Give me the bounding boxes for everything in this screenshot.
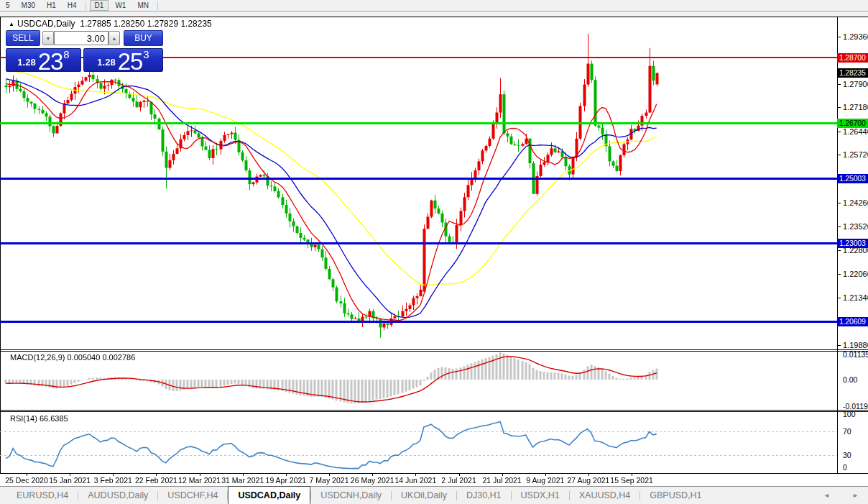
- price-badge-1.25003: 1.25003: [837, 174, 868, 183]
- chart-tab-usdx[interactable]: USDX,H1: [512, 487, 569, 504]
- chart-tab-bar: EURUSD,H4AUDUSD,DailyUSDCHF,H4USDCAD,Dai…: [0, 486, 868, 504]
- timeframe-button-mn[interactable]: MN: [132, 0, 154, 11]
- price-tick-label: 1.22060: [843, 270, 868, 278]
- price-tick-label: 1.27180: [843, 103, 868, 111]
- volume-input[interactable]: [54, 31, 108, 45]
- date-label: 7 May 2021: [310, 476, 349, 485]
- price-tick-label: 1.26440: [843, 127, 868, 136]
- rsi-axis-label: 30: [843, 451, 851, 459]
- timeframe-button-h1[interactable]: H1: [42, 0, 61, 11]
- macd-axis-label: 0.01135: [843, 350, 868, 359]
- price-tick-mark: [838, 274, 841, 275]
- rsi-label: RSI(14) 66.6385: [10, 414, 68, 423]
- date-label: 27 Aug 2021: [567, 476, 609, 485]
- chart-ohlc-values: 1.27885 1.28250 1.27829 1.28235: [80, 19, 212, 29]
- date-label: 31 Mar 2021: [221, 476, 264, 485]
- price-tick-mark: [838, 250, 841, 251]
- price-tick-label: 1.24260: [843, 198, 868, 207]
- date-label: 21 Jul 2021: [482, 476, 521, 485]
- rsi-axis-label: 0: [843, 463, 847, 472]
- price-badge-1.20609: 1.20609: [837, 317, 868, 326]
- date-label: 9 Aug 2021: [526, 476, 564, 485]
- chart-tab-audusd[interactable]: AUDUSD,Daily: [78, 487, 157, 504]
- date-label: 15 Sep 2021: [610, 476, 653, 485]
- sell-price-big-figure: 1.28: [17, 57, 35, 68]
- price-badge-1.23003: 1.23003: [837, 239, 868, 248]
- price-tick-mark: [838, 345, 841, 346]
- chart-tab-gbpusd[interactable]: GBPUSD,H1: [640, 487, 711, 504]
- volume-increase-button[interactable]: ▲: [108, 31, 120, 45]
- date-label: 19 Apr 2021: [266, 476, 307, 485]
- timeframe-button-m30[interactable]: M30: [17, 0, 40, 11]
- one-click-trading-panel: SELL ▼ ▲ BUY 1.28 23 8 1.28 25 3: [6, 30, 163, 72]
- tab-scroll-left-icon[interactable]: ◄: [823, 492, 830, 499]
- date-label: 2 Jul 2021: [441, 476, 476, 485]
- price-badge-1.26700: 1.26700: [837, 119, 868, 128]
- chart-tab-usdcnh[interactable]: USDCNH,Daily: [311, 487, 391, 504]
- sell-price-pips: 23: [38, 52, 63, 71]
- buy-price-pips: 25: [118, 52, 143, 71]
- date-label: 12 Mar 2021: [178, 476, 221, 485]
- macd-axis-label: 0.00: [843, 375, 857, 384]
- timeframe-toolbar: 5M30H1H4D1W1MN: [0, 0, 868, 12]
- pane-separator: [0, 410, 868, 411]
- price-tick-mark: [838, 226, 841, 227]
- timeframe-button-5[interactable]: 5: [1, 0, 15, 11]
- price-tick-mark: [838, 298, 841, 298]
- sell-button[interactable]: SELL: [6, 30, 40, 46]
- macd-label: MACD(12,26,9) 0.005040 0.002786: [10, 353, 135, 362]
- price-tick-mark: [838, 132, 841, 132]
- price-tick-label: 1.19880: [843, 341, 868, 349]
- toolbar-separator: [157, 1, 158, 10]
- date-axis-border: [0, 473, 868, 474]
- chart-tab-xauusd[interactable]: XAUUSD,H4: [570, 487, 640, 504]
- date-label: 26 May 2021: [351, 476, 394, 485]
- spin-up-icon: ▲: [112, 36, 117, 41]
- date-label: 14 Jun 2021: [394, 476, 436, 485]
- date-label: 3 Feb 2021: [94, 476, 132, 485]
- tab-scroll-right-icon[interactable]: ►: [852, 492, 859, 499]
- pane-separator: [0, 349, 868, 350]
- date-label: 22 Feb 2021: [135, 476, 177, 485]
- chart-tab-ukoil[interactable]: UKOil,Daily: [392, 487, 456, 504]
- level-line-1.25003: [0, 178, 837, 180]
- price-tick-mark: [838, 155, 841, 155]
- chart-symbol-period: USDCAD,Daily: [17, 19, 75, 29]
- price-tick-mark: [838, 107, 841, 108]
- buy-price-big-figure: 1.28: [97, 57, 115, 68]
- chart-tab-usdchf[interactable]: USDCHF,H4: [158, 487, 227, 504]
- collapse-chart-icon[interactable]: ▲: [9, 21, 14, 27]
- price-tick-label: 1.27900: [843, 80, 868, 88]
- volume-decrease-button[interactable]: ▼: [42, 31, 54, 45]
- date-label: 15 Jan 2021: [49, 476, 91, 485]
- timeframe-button-w1[interactable]: W1: [110, 0, 131, 11]
- toolbar-separator: [86, 1, 86, 10]
- price-tick-label: 1.21340: [843, 293, 868, 302]
- chart-tab-dj30[interactable]: DJ30,H1: [457, 487, 511, 504]
- sell-price-display[interactable]: 1.28 23 8: [6, 48, 81, 72]
- rsi-pane-canvas[interactable]: [0, 412, 837, 473]
- level-line-1.267: [0, 122, 837, 124]
- chart-title: ▲USDCAD,Daily 1.27885 1.28250 1.27829 1.…: [9, 19, 212, 29]
- rsi-axis-label: 100: [843, 410, 856, 418]
- buy-price-point: 3: [143, 48, 149, 60]
- buy-button[interactable]: BUY: [124, 30, 163, 46]
- price-tick-label: 1.29360: [843, 32, 868, 41]
- buy-price-display[interactable]: 1.28 25 3: [83, 48, 163, 72]
- price-badge-1.28235: 1.28235: [837, 68, 868, 78]
- sell-price-point: 8: [63, 48, 69, 60]
- level-line-1.23003: [0, 242, 837, 244]
- chart-tab-eurusd[interactable]: EURUSD,H4: [7, 487, 78, 504]
- timeframe-button-d1[interactable]: D1: [90, 0, 109, 11]
- price-tick-label: 1.23520: [843, 222, 868, 231]
- timeframe-button-h4[interactable]: H4: [63, 0, 82, 11]
- date-label: 25 Dec 2020: [5, 476, 48, 485]
- price-badge-1.28700: 1.28700: [837, 53, 868, 63]
- price-tick-label: 1.25720: [843, 150, 868, 159]
- price-tick-mark: [838, 37, 841, 37]
- price-tick-mark: [838, 203, 841, 203]
- level-line-1.20609: [0, 321, 837, 323]
- chart-tab-usdcad[interactable]: USDCAD,Daily: [228, 486, 310, 504]
- spin-down-icon: ▼: [46, 36, 51, 41]
- rsi-axis-label: 70: [843, 427, 851, 436]
